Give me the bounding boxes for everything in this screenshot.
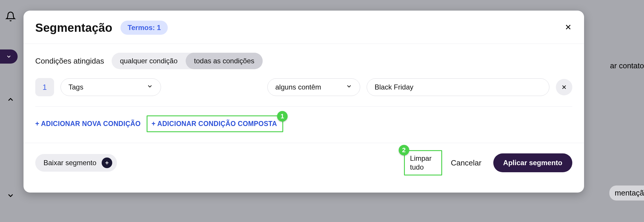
- background-text-top: ar contato: [610, 61, 644, 70]
- condition-value-input[interactable]: [375, 83, 541, 91]
- condition-operator-value: alguns contêm: [275, 83, 321, 91]
- conditions-header: Condições atingidas qualquer condição to…: [35, 53, 572, 69]
- clear-all-button[interactable]: Limpar tudo: [404, 150, 442, 175]
- callout-badge-1: 1: [277, 111, 288, 122]
- condition-index-badge: 1: [35, 78, 54, 96]
- download-segment-label: Baixar segmento: [43, 159, 96, 167]
- background-text-bottom: mentaçã: [609, 185, 644, 201]
- add-compound-condition-button[interactable]: + ADICIONAR CONDIÇÃO COMPOSTA: [152, 120, 277, 128]
- chevron-down-icon: [147, 83, 153, 91]
- conditions-header-label: Condições atingidas: [35, 57, 104, 66]
- add-condition-button[interactable]: + ADICIONAR NOVA CONDIÇÃO: [35, 120, 141, 128]
- condition-field-value: Tags: [68, 83, 83, 91]
- close-button[interactable]: [562, 21, 574, 33]
- clear-all-label: Limpar tudo: [410, 154, 436, 172]
- bell-icon: [5, 11, 16, 23]
- segmentation-modal: Segmentação Termos: 1 Condições atingida…: [24, 11, 584, 193]
- modal-title: Segmentação: [35, 21, 112, 34]
- download-segment-button[interactable]: Baixar segmento: [35, 154, 117, 172]
- apply-segment-button[interactable]: Aplicar segmento: [493, 153, 572, 172]
- modal-footer: Baixar segmento 2 Limpar tudo Cancelar A…: [24, 143, 584, 184]
- cancel-button[interactable]: Cancelar: [451, 158, 482, 168]
- add-compound-condition-highlight: + ADICIONAR CONDIÇÃO COMPOSTA 1: [147, 115, 283, 132]
- condition-row: 1 Tags alguns contêm: [35, 78, 572, 96]
- modal-header: Segmentação Termos: 1: [24, 11, 584, 44]
- condition-field-select[interactable]: Tags: [61, 78, 161, 96]
- remove-condition-button[interactable]: [556, 79, 572, 95]
- chevron-down-icon: [6, 191, 15, 201]
- sidebar-collapse-button[interactable]: [0, 49, 18, 64]
- condition-operator-select[interactable]: alguns contêm: [267, 78, 360, 96]
- condition-value-input-wrapper: [367, 78, 549, 96]
- terms-badge: Termos: 1: [120, 21, 168, 35]
- callout-badge-2: 2: [399, 145, 409, 155]
- toggle-option-all[interactable]: todas as condições: [186, 53, 262, 69]
- modal-body: Condições atingidas qualquer condição to…: [24, 44, 584, 143]
- add-condition-row: + ADICIONAR NOVA CONDIÇÃO + ADICIONAR CO…: [35, 115, 572, 143]
- chevron-up-icon: [6, 95, 15, 105]
- clear-all-highlight: 2 Limpar tudo: [404, 150, 442, 175]
- plus-icon: [102, 158, 112, 168]
- toggle-option-any[interactable]: qualquer condição: [112, 53, 186, 69]
- conditions-match-toggle[interactable]: qualquer condição todas as condições: [112, 53, 263, 69]
- divider: [35, 106, 572, 107]
- chevron-down-icon: [346, 83, 352, 91]
